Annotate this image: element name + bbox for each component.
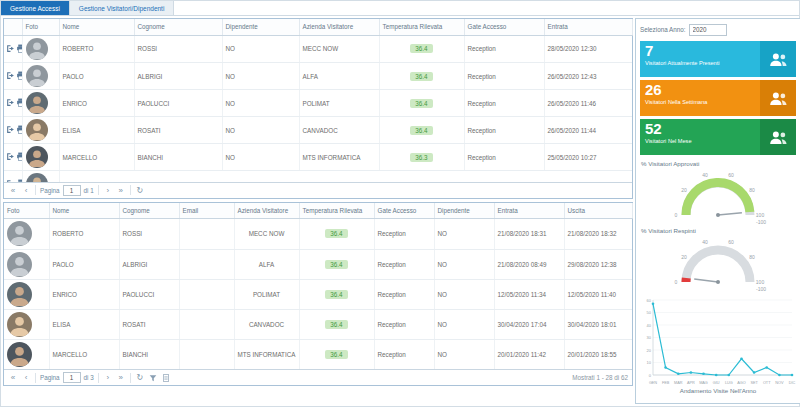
cell-gate: Reception [374,219,434,249]
print-icon[interactable] [16,125,22,135]
column-header[interactable]: Cognome [134,19,222,35]
column-header[interactable]: Nome [49,203,119,219]
cell-azienda: MECC NOW [234,219,299,249]
visitors-history-header: FotoNomeCognomeEmailAzienda VisitatoreTe… [4,203,633,220]
column-header[interactable]: Azienda Visitatore [234,203,299,219]
cell-uscita: 12/05/2020 11:40 [564,279,632,309]
cell-entrata: 25/05/2020 10:27 [544,144,632,171]
temperature-badge: 36.4 [325,260,347,269]
svg-text:40: 40 [702,239,708,245]
column-header[interactable]: Gate Accesso [374,203,434,219]
temperature-badge: 36.4 [410,99,432,108]
tab-gestione-accessi[interactable]: Gestione Accessi [1,1,70,15]
column-header[interactable]: Email [179,203,234,219]
page-number-input[interactable] [63,372,81,383]
cell-azienda: ALFA [299,63,379,90]
print-icon[interactable] [16,71,22,81]
pager-divider [130,185,131,195]
cell-cognome: ROSATI [119,309,179,339]
cell-entrata: 28/05/2020 12:30 [544,36,632,63]
gauge-approvati-chart: 020406080100-100 [642,167,794,225]
print-icon[interactable] [16,152,22,162]
column-header[interactable]: Uscita [564,203,632,219]
refresh-icon[interactable]: ↻ [135,372,145,384]
refresh-icon[interactable]: ↻ [135,184,145,196]
last-page-button[interactable]: » [116,184,126,196]
visitors-history-body[interactable]: ROBERTO ROSSI MECC NOW 36.4 Reception NO… [4,219,632,369]
cell-dipendente: NO [222,117,299,144]
svg-text:50: 50 [647,310,652,315]
column-header[interactable]: Foto [22,19,59,35]
first-page-button[interactable]: « [8,184,18,196]
pager-divider [98,185,99,195]
column-header[interactable]: Nome [59,19,134,35]
cell-entrata: 26/05/2020 12:43 [544,63,632,90]
history-row[interactable]: PAOLO ALBRIGI ALFA 36.4 Reception NO 21/… [4,249,632,279]
prev-page-button[interactable]: ‹ [21,184,31,196]
cell-uscita: 30/04/2020 18:01 [564,309,632,339]
cell-entrata: 21/08/2020 08:49 [494,249,564,279]
visitor-row[interactable]: ELISA ROSATI NO CANVADOC 36.4 Reception … [4,117,632,144]
print-icon[interactable] [16,179,22,182]
sign-out-icon[interactable] [6,98,15,108]
column-header[interactable]: Cognome [119,203,179,219]
svg-text:30: 30 [647,335,652,340]
sign-out-icon[interactable] [6,152,15,162]
column-header[interactable]: Azienda Visitatore [299,19,379,35]
visitor-row[interactable]: ENRICO PAOLUCCI NO POLIMAT 36.4 Receptio… [4,90,632,117]
prev-page-button[interactable]: ‹ [21,372,31,384]
column-header[interactable]: Dipendente [222,19,299,35]
kpi-card: 52 Visitatori Nel Mese [640,119,796,155]
visitors-history-grid: FotoNomeCognomeEmailAzienda VisitatoreTe… [3,202,633,387]
column-header[interactable]: Temperatura Rilevata [379,19,464,35]
export-icon[interactable] [161,372,171,384]
column-header[interactable]: Gate Accesso [464,19,544,35]
svg-text:80: 80 [749,254,755,260]
sign-out-icon[interactable] [6,71,15,81]
first-page-button[interactable]: « [8,372,18,384]
cell-cognome: ALBRIGI [134,63,222,90]
visitor-row[interactable]: MARCELLO BIANCHI NO MTS INFORMATICA 36.3… [4,144,632,171]
sign-out-icon[interactable] [6,44,15,54]
cell-cognome: ROSATI [134,117,222,144]
visitor-row[interactable]: ROBERTO ROSSI NO MECC NOW 36.4 Reception… [4,36,632,63]
sign-out-icon[interactable] [6,125,15,135]
kpi-card: 26 Visitatori Nella Settimana [640,80,796,116]
column-header[interactable]: Entrata [494,203,564,219]
column-header[interactable]: Dipendente [434,203,494,219]
history-row[interactable]: MARCELLO BIANCHI MTS INFORMATICA 36.4 Re… [4,339,632,369]
tab-gestione-visitatori-dipendenti[interactable]: Gestione Visitatori/Dipendenti [70,1,175,15]
cell-email [179,279,234,309]
current-visitors-body[interactable]: ROBERTO ROSSI NO MECC NOW 36.4 Reception… [4,36,632,182]
cell-dipendente: NO [222,90,299,117]
print-icon[interactable] [16,44,22,54]
column-header[interactable]: Entrata [544,19,632,35]
column-header[interactable]: Foto [4,203,49,219]
cell-entrata: 21/08/2020 18:31 [494,219,564,249]
filter-icon[interactable] [148,372,158,384]
svg-text:60: 60 [728,172,734,178]
visitor-row[interactable]: PAOLO ALBRIGI NO ALFA 36.4 Reception 26/… [4,63,632,90]
next-page-button[interactable]: › [103,372,113,384]
column-header[interactable]: Temperatura Rilevata [299,203,374,219]
svg-text:FEB: FEB [662,381,670,385]
sign-out-icon[interactable] [6,179,15,182]
pager-divider [98,373,99,383]
temperature-badge: 36.4 [410,126,432,135]
avatar [26,92,48,114]
gauge-respinti-chart: 020406080100-100 [642,234,794,292]
next-page-button[interactable]: › [103,184,113,196]
history-row[interactable]: ROBERTO ROSSI MECC NOW 36.4 Reception NO… [4,219,632,249]
svg-text:GEN: GEN [649,381,657,385]
page-number-input[interactable] [63,185,81,196]
visitor-row-partial[interactable] [4,171,632,182]
cell-dipendente: NO [434,309,494,339]
last-page-button[interactable]: » [116,372,126,384]
cell-nome: ROBERTO [59,36,134,63]
history-row[interactable]: ENRICO PAOLUCCI POLIMAT 36.4 Reception N… [4,279,632,309]
history-row[interactable]: ELISA ROSATI CANVADOC 36.4 Reception NO … [4,309,632,339]
gauge-respinti-block: % Visitatori Respinti 020406080100-100 [640,225,796,292]
print-icon[interactable] [16,98,22,108]
cell-azienda: MTS INFORMATICA [299,144,379,171]
year-input[interactable] [689,24,727,36]
